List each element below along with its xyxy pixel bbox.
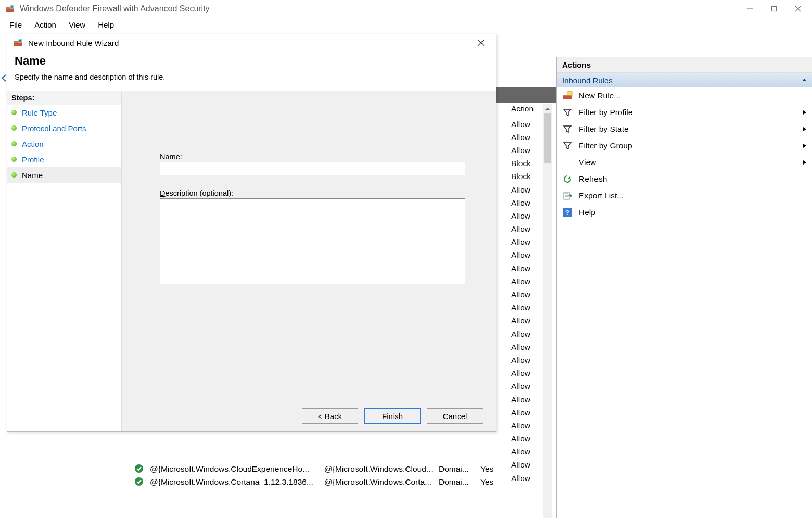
action-export-list[interactable]: Export List... [557, 187, 812, 204]
cancel-button[interactable]: Cancel [427, 408, 483, 424]
rule-action-cell[interactable]: Allow [510, 367, 541, 380]
rule-action-cell[interactable]: Allow [510, 144, 541, 157]
rule-action-cell[interactable]: Allow [510, 393, 541, 406]
back-button[interactable]: < Back [302, 408, 358, 424]
rule-action-cell[interactable]: Block [510, 170, 541, 183]
rule-action-cell[interactable]: Allow [510, 472, 541, 485]
help-icon: ? [562, 207, 573, 218]
window-maximize-button[interactable] [762, 0, 786, 18]
wizard-title: New Inbound Rule Wizard [28, 39, 119, 47]
actions-section-inbound-rules[interactable]: Inbound Rules [557, 73, 812, 87]
rule-action-cell[interactable]: Allow [510, 327, 541, 340]
scroll-up-icon[interactable] [543, 104, 552, 113]
rule-action-cell[interactable]: Allow [510, 406, 541, 419]
rule-action-cell[interactable]: Block [510, 157, 541, 170]
action-help[interactable]: ? Help [557, 204, 812, 221]
rule-action-cell[interactable]: Allow [510, 433, 541, 446]
rule-action-cell[interactable]: Allow [510, 353, 541, 367]
rule-action-cell[interactable]: Allow [510, 459, 541, 472]
action-filter-state-label: Filter by State [579, 124, 629, 134]
rule-action-cell[interactable]: Allow [510, 446, 541, 459]
svg-rect-5 [772, 7, 777, 11]
rules-list-scrollbar[interactable] [543, 104, 552, 518]
rule-action-cell[interactable]: Allow [510, 236, 541, 249]
scrollbar-thumb[interactable] [544, 113, 551, 163]
step-label: Name [22, 171, 43, 180]
rule-action-cell[interactable]: Allow [510, 380, 541, 393]
action-filter-profile-label: Filter by Profile [579, 108, 632, 117]
toolbar-back-icon[interactable] [0, 72, 7, 84]
rule-action-cell[interactable]: Allow [510, 314, 541, 327]
rule-action-cell[interactable]: Allow [510, 249, 541, 262]
description-field-label: Description (optional): [160, 189, 465, 197]
step-action[interactable]: Action [7, 136, 121, 151]
step-profile[interactable]: Profile [7, 151, 121, 167]
rule-action-cell[interactable]: Allow [510, 340, 541, 353]
column-header-action[interactable]: Action [510, 104, 541, 118]
step-protocol-and-ports[interactable]: Protocol and Ports [7, 120, 121, 136]
menu-file[interactable]: File [4, 19, 27, 30]
wizard-page-title: Name [15, 54, 488, 68]
submenu-arrow-icon [803, 127, 807, 132]
actions-section-label: Inbound Rules [562, 76, 613, 85]
menu-help[interactable]: Help [93, 19, 119, 30]
action-new-rule[interactable]: New Rule... [557, 87, 812, 104]
blank-icon [562, 157, 573, 168]
action-refresh-label: Refresh [579, 174, 607, 184]
rule-description-input[interactable] [160, 198, 465, 284]
new-inbound-rule-wizard: New Inbound Rule Wizard Name Specify the… [7, 34, 496, 432]
filter-icon [562, 107, 573, 118]
rule-action-cell[interactable]: Allow [510, 183, 541, 196]
step-bullet-icon [11, 157, 17, 162]
rule-action-cell[interactable]: Allow [510, 118, 541, 131]
action-refresh[interactable]: Refresh [557, 171, 812, 187]
svg-text:?: ? [565, 209, 569, 217]
rule-row[interactable]: @{Microsoft.Windows.Cortana_1.12.3.1836.… [134, 475, 509, 488]
wizard-close-button[interactable] [471, 34, 491, 51]
menu-view[interactable]: View [64, 19, 91, 30]
wizard-content-pane: Name: Description (optional): < Back Fin… [122, 91, 496, 431]
actions-pane-header: Actions [557, 57, 812, 73]
step-name[interactable]: Name [7, 167, 121, 183]
rule-action-cell[interactable]: Allow [510, 262, 541, 275]
finish-button[interactable]: Finish [364, 408, 421, 424]
svg-point-22 [19, 40, 21, 42]
rules-list-rows: @{Microsoft.Windows.CloudExperienceHo...… [134, 462, 509, 488]
rule-action-cell[interactable]: Allow [510, 419, 541, 432]
action-view-label: View [579, 158, 596, 167]
menu-action[interactable]: Action [29, 19, 61, 30]
wizard-titlebar: New Inbound Rule Wizard [7, 34, 496, 51]
firewall-app-icon [14, 38, 23, 47]
rule-action-cell[interactable]: Allow [510, 301, 541, 314]
window-close-button[interactable] [786, 0, 810, 18]
background-header-strip [496, 87, 558, 103]
rule-action-cell[interactable]: Allow [510, 223, 541, 236]
main-menu-bar: File Action View Help [0, 18, 812, 31]
action-filter-by-profile[interactable]: Filter by Profile [557, 104, 812, 121]
main-window-title: Windows Defender Firewall with Advanced … [20, 4, 210, 14]
rule-group-cell: @{Microsoft.Windows.Corta... [324, 477, 434, 487]
action-new-rule-label: New Rule... [579, 91, 620, 100]
step-bullet-icon [11, 110, 17, 115]
action-view[interactable]: View [557, 154, 812, 171]
rule-row[interactable]: @{Microsoft.Windows.CloudExperienceHo...… [134, 462, 509, 475]
step-rule-type[interactable]: Rule Type [7, 105, 121, 120]
collapse-icon [802, 78, 807, 83]
rule-action-cell[interactable]: Allow [510, 196, 541, 209]
rule-enabled-icon [134, 464, 145, 474]
action-filter-by-state[interactable]: Filter by State [557, 121, 812, 137]
rule-action-cell[interactable]: Allow [510, 209, 541, 222]
wizard-steps-pane: Steps: Rule Type Protocol and Ports Acti… [7, 91, 122, 431]
filter-icon [562, 141, 573, 151]
action-filter-by-group[interactable]: Filter by Group [557, 137, 812, 154]
rule-action-cell[interactable]: Allow [510, 288, 541, 301]
svg-point-3 [11, 6, 13, 8]
rule-name-cell: @{Microsoft.Windows.CloudExperienceHo... [150, 464, 319, 474]
step-label: Rule Type [22, 108, 57, 117]
action-help-label: Help [579, 208, 595, 217]
rule-action-cell[interactable]: Allow [510, 131, 541, 144]
submenu-arrow-icon [803, 143, 807, 148]
window-minimize-button[interactable] [738, 0, 762, 18]
rule-action-cell[interactable]: Allow [510, 275, 541, 288]
rule-name-input[interactable] [160, 162, 465, 175]
